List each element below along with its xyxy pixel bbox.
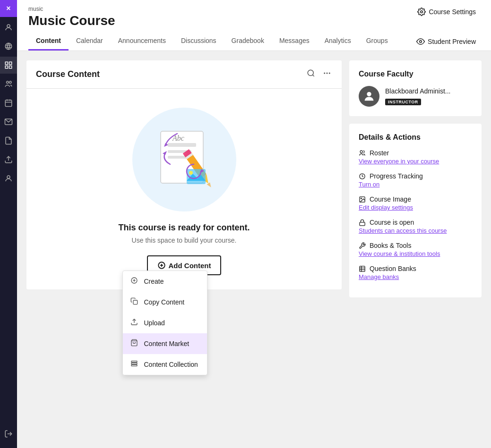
tab-analytics[interactable]: Analytics [317, 32, 359, 51]
sidebar-icon-dashboard[interactable] [0, 57, 17, 74]
svg-rect-4 [5, 66, 8, 68]
student-preview-label: Student Preview [428, 38, 476, 45]
svg-rect-47 [131, 365, 137, 366]
tab-messages[interactable]: Messages [272, 32, 317, 51]
image-icon [359, 196, 366, 203]
faculty-name: Blackboard Administ... [385, 87, 451, 95]
svg-point-13 [421, 11, 423, 13]
course-open-title: Course is open [359, 219, 472, 226]
svg-rect-3 [9, 62, 12, 64]
main-content: music Music Course Course Settings Conte… [17, 0, 491, 448]
sidebar-icon-person[interactable] [0, 19, 17, 36]
more-icon [323, 69, 331, 77]
collection-icon [130, 360, 138, 369]
question-banks-link[interactable]: Manage banks [359, 273, 472, 280]
svg-rect-5 [9, 66, 12, 68]
svg-rect-46 [131, 363, 137, 364]
sidebar-icon-mail[interactable] [0, 113, 17, 130]
settings-icon [417, 8, 426, 16]
svg-rect-53 [360, 222, 365, 225]
dropdown-content-market[interactable]: Content Market [123, 333, 207, 354]
details-title: Details & Actions [359, 133, 472, 142]
nav-tabs: Content Calendar Announcements Discussio… [28, 32, 480, 51]
sidebar-icon-globe[interactable] [0, 38, 17, 55]
dropdown-create[interactable]: Create [123, 271, 207, 292]
student-preview-button[interactable]: Student Preview [413, 35, 480, 48]
course-settings-button[interactable]: Course Settings [413, 6, 480, 18]
books-tools-link[interactable]: View course & institution tools [359, 250, 472, 257]
dropdown-content-collection[interactable]: Content Collection [123, 354, 207, 375]
empty-state: Abc [26, 89, 342, 289]
tab-announcements[interactable]: Announcements [111, 32, 173, 51]
sidebar-icon-document[interactable] [0, 132, 17, 149]
plus-circle-icon [157, 261, 166, 270]
books-tools-title: Books & Tools [359, 242, 472, 249]
svg-point-17 [324, 73, 325, 74]
svg-rect-2 [5, 62, 8, 64]
add-content-container: Add Content Create [147, 255, 222, 275]
copy-icon [130, 297, 138, 307]
tab-calendar[interactable]: Calendar [69, 32, 111, 51]
course-settings-label: Course Settings [429, 8, 476, 16]
search-button[interactable] [306, 68, 316, 81]
tab-content[interactable]: Content [28, 32, 69, 51]
progress-link[interactable]: Turn on [359, 181, 472, 188]
dropdown-upload[interactable]: Upload [123, 313, 207, 333]
tab-gradebook[interactable]: Gradebook [224, 32, 272, 51]
course-illustration: Abc [132, 108, 236, 211]
svg-point-11 [7, 176, 10, 178]
sidebar-icon-group[interactable] [0, 76, 17, 93]
upload-icon [130, 318, 138, 328]
content-collection-label: Content Collection [144, 361, 198, 368]
progress-icon [359, 173, 366, 180]
upload-label: Upload [144, 319, 164, 327]
course-open-link[interactable]: Students can access this course [359, 227, 472, 234]
sidebar: × [0, 0, 17, 448]
tab-groups[interactable]: Groups [359, 32, 396, 51]
create-icon [130, 277, 138, 286]
sidebar-close-button[interactable]: × [0, 0, 17, 17]
more-options-button[interactable] [322, 68, 332, 81]
details-course-image: Course Image Edit display settings [359, 195, 472, 211]
course-image-link[interactable]: Edit display settings [359, 204, 472, 211]
add-content-label: Add Content [169, 262, 211, 270]
svg-point-19 [329, 73, 330, 74]
course-info: music Music Course [28, 6, 115, 28]
tab-discussions[interactable]: Discussions [173, 32, 224, 51]
roster-icon [359, 150, 366, 157]
tools-icon [359, 242, 366, 249]
sidebar-icon-user-settings[interactable] [0, 170, 17, 187]
content-header-icons [306, 68, 332, 81]
svg-point-14 [420, 40, 422, 42]
svg-point-7 [9, 81, 12, 84]
dropdown-copy-content[interactable]: Copy Content [123, 292, 207, 313]
svg-point-0 [7, 25, 10, 27]
svg-marker-30 [207, 182, 212, 188]
sidebar-icon-upload[interactable] [0, 151, 17, 168]
svg-point-34 [189, 171, 193, 175]
create-label: Create [144, 278, 164, 285]
content-market-label: Content Market [144, 340, 189, 347]
avatar-icon [362, 90, 376, 103]
sidebar-icon-calendar[interactable] [0, 94, 17, 111]
details-card: Details & Actions Roster View everyone i… [349, 124, 482, 297]
details-books-tools: Books & Tools View course & institution … [359, 242, 472, 257]
faculty-avatar [359, 86, 379, 107]
details-roster: Roster View everyone in your course [359, 149, 472, 165]
svg-point-15 [308, 70, 313, 76]
faculty-info: Blackboard Administ... INSTRUCTOR [385, 87, 451, 105]
right-panel: Course Faculty Blackboard Administ... IN… [349, 60, 482, 439]
roster-link[interactable]: View everyone in your course [359, 158, 472, 165]
faculty-title: Course Faculty [359, 70, 472, 78]
header: music Music Course Course Settings Conte… [17, 0, 491, 51]
progress-title: Progress Tracking [359, 172, 472, 180]
svg-point-48 [367, 92, 371, 96]
shop-icon [130, 339, 138, 348]
roster-title: Roster [359, 149, 472, 157]
svg-rect-8 [5, 100, 12, 107]
course-content-box: Course Content [26, 60, 342, 289]
course-image-title: Course Image [359, 195, 472, 203]
instructor-badge: INSTRUCTOR [385, 99, 421, 105]
sidebar-icon-logout[interactable] [0, 425, 17, 442]
empty-title: This course is ready for content. [118, 223, 250, 233]
